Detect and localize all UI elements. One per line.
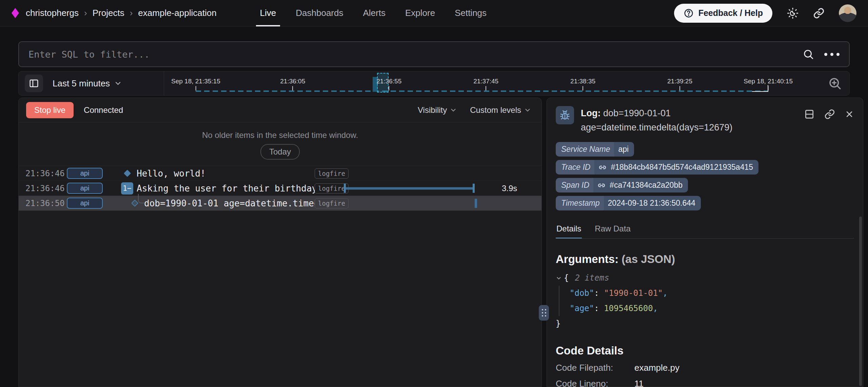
- log-rows: 21:36:46 api Hello, world! logfire 21:36…: [19, 166, 541, 211]
- duration-zone: 3.9s: [344, 181, 541, 196]
- log-row-asking-birthday[interactable]: 21:36:46 api 1− Asking the user for thei…: [19, 181, 541, 196]
- tab-raw-data[interactable]: Raw Data: [594, 222, 631, 238]
- service-name-pill[interactable]: Service Name api: [556, 142, 634, 157]
- log-time: 21:36:46: [25, 169, 67, 178]
- tab-dashboards[interactable]: Dashboards: [296, 0, 343, 26]
- code-details-heading: Code Details: [556, 344, 854, 357]
- timeline-controls: Last 5 minutes: [19, 72, 164, 95]
- tab-settings[interactable]: Settings: [455, 0, 487, 26]
- tab-alerts[interactable]: Alerts: [363, 0, 386, 26]
- service-tag-badge: api: [67, 183, 103, 194]
- trace-id-pill[interactable]: Trace ID #18b84cb4847b5d574c4ad9121935a4…: [556, 160, 758, 175]
- timeline-baseline: [196, 90, 768, 92]
- empty-window-notice: No older items in the selected time wind…: [19, 122, 541, 166]
- span-instant-tick: [475, 199, 477, 208]
- chevron-down-icon: [450, 106, 457, 114]
- duration-zone: [344, 166, 541, 181]
- log-message: Asking the user for their birthday: [137, 183, 315, 194]
- detail-tabs: Details Raw Data: [556, 222, 854, 239]
- code-filepath-row: Code Filepath:example.py: [556, 363, 854, 373]
- chevron-down-icon[interactable]: [114, 79, 122, 87]
- span-duration-label: 3.9s: [502, 184, 517, 193]
- tab-explore[interactable]: Explore: [405, 0, 435, 26]
- timeline-tick: Sep 18, 21:35:15: [171, 78, 220, 90]
- live-log-panel: Stop live Connected Visibility Custom le…: [18, 98, 542, 387]
- breadcrumb-org[interactable]: christophergs: [26, 8, 79, 18]
- timeline-tick: 21:36:55: [376, 78, 401, 90]
- visibility-dropdown[interactable]: Visibility: [418, 105, 457, 115]
- feedback-help-button[interactable]: Feedback / Help: [674, 4, 772, 23]
- split-view-icon[interactable]: [804, 109, 815, 120]
- timeline-tick: 21:36:05: [280, 78, 305, 90]
- stop-live-button[interactable]: Stop live: [26, 102, 74, 118]
- chevron-down-icon: [524, 106, 531, 114]
- share-link-icon[interactable]: [813, 7, 825, 19]
- live-log-header: Stop live Connected Visibility Custom le…: [19, 98, 541, 122]
- json-close-brace: }: [556, 316, 854, 331]
- zoom-in-icon[interactable]: [828, 76, 842, 90]
- copy-link-icon[interactable]: [824, 109, 835, 120]
- detail-title: Log: dob=1990-01-01 age=datetime.timedel…: [581, 106, 794, 135]
- log-diamond-icon: [123, 170, 131, 177]
- custom-levels-dropdown[interactable]: Custom levels: [470, 105, 531, 115]
- log-time: 21:36:50: [25, 199, 67, 208]
- tab-details[interactable]: Details: [556, 222, 582, 238]
- theme-toggle-icon[interactable]: [787, 7, 799, 19]
- collapse-chevron-icon[interactable]: [556, 275, 562, 281]
- feedback-help-label: Feedback / Help: [698, 8, 763, 18]
- service-tag-badge: api: [67, 198, 103, 209]
- close-icon[interactable]: [845, 109, 854, 119]
- breadcrumb-projects[interactable]: Projects: [93, 8, 124, 18]
- json-entry-age: "age": 1095465600,: [570, 301, 854, 316]
- link-icon: [598, 163, 607, 171]
- bug-icon: [556, 106, 574, 124]
- panel-left-toggle-icon[interactable]: [25, 75, 43, 92]
- tab-live[interactable]: Live: [260, 0, 276, 26]
- log-message: dob=1990-01-01 age=datetime.timede: [144, 198, 315, 208]
- connection-status: Connected: [84, 105, 123, 115]
- json-entry-dob: "dob": "1990-01-01",: [570, 286, 854, 301]
- panel-resize-handle[interactable]: [539, 305, 549, 321]
- detail-attributes: Service Name api Trace ID #18b84cb4847b5…: [556, 142, 854, 214]
- json-item-count: 2 items: [575, 270, 609, 286]
- link-icon: [597, 181, 606, 189]
- span-duration-bar[interactable]: [344, 187, 475, 189]
- log-message: Hello, world!: [137, 168, 315, 179]
- logfire-app: christophergs › Projects › example-appli…: [0, 0, 868, 387]
- sql-filter-input[interactable]: Enter SQL to filter...: [28, 49, 803, 60]
- duration-zone: [344, 196, 541, 210]
- sql-filter-bar[interactable]: Enter SQL to filter...: [18, 41, 850, 67]
- user-avatar[interactable]: [839, 4, 856, 22]
- timeline-tick: 21:38:35: [570, 78, 595, 90]
- breadcrumb-project-name[interactable]: example-application: [138, 8, 216, 18]
- log-row-hello-world[interactable]: 21:36:46 api Hello, world! logfire: [19, 166, 541, 181]
- timeline-bar: Last 5 minutes Sep 18, 21:35:15 21:36:05…: [18, 71, 850, 96]
- top-nav: christophergs › Projects › example-appli…: [0, 0, 868, 26]
- span-id-pill[interactable]: Span ID #ca741384ca2a20bb: [556, 178, 688, 192]
- json-viewer: { 2 items "dob": "1990-01-01", "age": 10…: [556, 270, 854, 331]
- question-circle-icon: [684, 8, 694, 18]
- more-options-icon[interactable]: [824, 53, 840, 56]
- service-tag-badge: api: [67, 168, 103, 179]
- log-time: 21:36:46: [25, 184, 67, 193]
- log-row-dob-selected[interactable]: 21:36:50 api dob=1990-01-01 age=datetime…: [19, 196, 541, 211]
- breadcrumb-separator: ›: [130, 8, 133, 18]
- detail-header: Log: dob=1990-01-01 age=datetime.timedel…: [556, 106, 854, 135]
- nav-right-cluster: Feedback / Help: [674, 4, 856, 23]
- search-icon[interactable]: [803, 48, 814, 60]
- timeline-tick: Sep 18, 21:40:15: [744, 78, 793, 90]
- timeline-tick: 21:37:45: [473, 78, 498, 90]
- timeline-tick: 21:39:25: [667, 78, 692, 90]
- time-range-select[interactable]: Last 5 minutes: [53, 78, 110, 89]
- timeline-track[interactable]: Sep 18, 21:35:15 21:36:05 21:36:55 21:37…: [164, 72, 824, 95]
- arguments-heading: Arguments: (as JSON): [556, 253, 854, 266]
- logfire-logo-icon[interactable]: [12, 8, 19, 18]
- main-nav-tabs: Live Dashboards Alerts Explore Settings: [260, 0, 487, 26]
- timestamp-pill[interactable]: Timestamp 2024-09-18 21:36:50.644: [556, 196, 701, 210]
- empty-window-message: No older items in the selected time wind…: [19, 130, 541, 140]
- code-lineno-row: Code Lineno:11: [556, 379, 854, 387]
- log-detail-panel: Log: dob=1990-01-01 age=datetime.timedel…: [547, 98, 863, 387]
- scrollbar-thumb[interactable]: [859, 217, 862, 386]
- today-button[interactable]: Today: [260, 144, 300, 160]
- collapse-toggle[interactable]: 1−: [121, 182, 133, 195]
